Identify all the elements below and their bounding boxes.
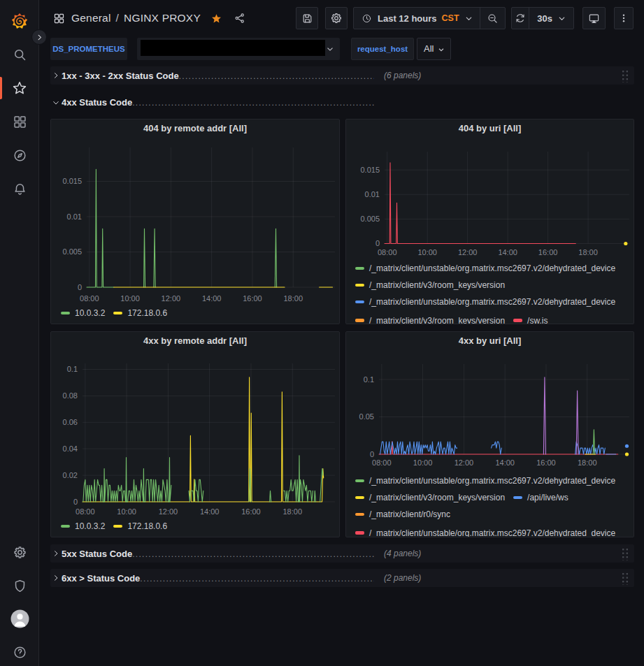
row-title: 4xx Status Code xyxy=(62,97,132,108)
legend-series-label[interactable]: 10.0.3.2 xyxy=(75,521,105,531)
panel-4xx-by-remote-addr: 00.020.040.060.080.108:0010:0012:0014:00… xyxy=(50,331,340,537)
row-5xx[interactable]: 5xx Status Code ........................… xyxy=(50,544,634,563)
svg-text:14:00: 14:00 xyxy=(200,507,220,516)
sidebar-item-explore[interactable] xyxy=(0,141,39,169)
legend-series-label[interactable]: 172.18.0.6 xyxy=(127,521,167,531)
row-drag-handle[interactable] xyxy=(620,546,631,560)
sidebar xyxy=(0,0,39,666)
svg-text:16:00: 16:00 xyxy=(241,507,261,516)
request-host-picker[interactable]: All xyxy=(417,38,451,60)
panel-title[interactable]: 4xx by uri [All] xyxy=(346,335,634,346)
legend-item[interactable]: /_matrix/client/v3/room_keys/version xyxy=(355,316,505,325)
chart-4xx-by-uri-all[interactable]: 00.050.108:0010:0012:0014:0016:0018:00 xyxy=(346,332,634,537)
legend-series-label[interactable]: 172.18.0.6 xyxy=(127,308,167,318)
panel-title[interactable]: 404 by uri [All] xyxy=(346,123,634,133)
legend-item[interactable]: /_matrix/client/unstable/org.matrix.msc2… xyxy=(355,263,615,273)
share-icon[interactable] xyxy=(234,13,245,24)
bell-icon xyxy=(13,182,27,196)
svg-text:0.1: 0.1 xyxy=(364,375,374,384)
expand-sidebar-button[interactable] xyxy=(31,29,47,45)
svg-text:16:00: 16:00 xyxy=(243,294,262,303)
time-controls: Last 12 hours CST xyxy=(353,7,506,29)
chart-404-by-remote-addr-all[interactable]: 00.0050.010.01508:0010:0012:0014:0016:00… xyxy=(51,120,339,324)
legend-item[interactable]: /_matrix/client/v3/room_keys/version xyxy=(355,280,505,290)
legend-series-label[interactable]: /_matrix/client/v3/room_keys/version xyxy=(369,316,505,325)
legend-item[interactable]: /_matrix/client/unstable/org.matrix.msc2… xyxy=(355,528,615,538)
dashboard-header: General / NGINX PROXY Last 12 hours xyxy=(39,0,644,36)
time-range-picker[interactable]: Last 12 hours CST xyxy=(354,8,480,29)
svg-text:14:00: 14:00 xyxy=(202,294,222,303)
svg-text:0: 0 xyxy=(78,283,82,291)
sidebar-item-alerting[interactable] xyxy=(0,175,39,203)
favorite-star-icon[interactable] xyxy=(210,13,222,24)
legend-series-label[interactable]: /api/live/ws xyxy=(527,493,568,502)
svg-text:14:00: 14:00 xyxy=(495,458,515,467)
sidebar-item-server-admin[interactable] xyxy=(0,572,39,600)
sidebar-item-dashboards[interactable] xyxy=(0,108,39,136)
legend-series-label[interactable]: /_matrix/client/r0/sync xyxy=(369,509,450,519)
legend-item[interactable]: /_matrix/client/r0/sync xyxy=(355,509,450,519)
legend-item[interactable]: /_matrix/client/unstable/org.matrix.msc2… xyxy=(355,476,615,486)
legend-item[interactable]: /_matrix/client/v3/room_keys/version xyxy=(355,493,505,502)
legend-item[interactable]: 10.0.3.2 xyxy=(61,308,105,318)
legend-item[interactable]: /api/live/ws xyxy=(513,493,568,502)
svg-text:0.005: 0.005 xyxy=(360,215,380,223)
save-icon xyxy=(301,13,313,24)
legend-series-label[interactable]: /_matrix/client/v3/room_keys/version xyxy=(369,280,505,290)
svg-text:16:00: 16:00 xyxy=(536,458,556,467)
legend-series-label[interactable]: /_matrix/client/unstable/org.matrix.msc2… xyxy=(369,476,615,486)
row-drag-handle[interactable] xyxy=(620,68,631,82)
svg-text:0.06: 0.06 xyxy=(63,418,78,426)
legend-series-label[interactable]: /_matrix/client/unstable/org.matrix.msc2… xyxy=(369,297,615,307)
row-6xx[interactable]: 6xx > Status Code ......................… xyxy=(50,569,634,587)
apps-icon xyxy=(13,115,27,129)
legend-item[interactable]: 10.0.3.2 xyxy=(61,521,105,531)
dashboard-settings-button[interactable] xyxy=(325,7,348,29)
breadcrumb-folder[interactable]: General xyxy=(71,12,111,24)
panel-title[interactable]: 4xx by remote addr [All] xyxy=(51,335,339,346)
apps-icon xyxy=(53,13,65,24)
legend-item[interactable]: 172.18.0.6 xyxy=(113,521,167,531)
legend-series-label[interactable]: 10.0.3.2 xyxy=(75,308,105,318)
legend-series-color xyxy=(355,267,364,270)
breadcrumb-separator: / xyxy=(116,12,120,24)
chart-404-by-uri-all[interactable]: 00.0050.010.01508:0010:0012:0014:0016:00… xyxy=(346,120,634,324)
row-panel-count: (6 panels) xyxy=(384,71,421,80)
sidebar-item-configuration[interactable] xyxy=(0,538,39,566)
row-1xx-3xx-2xx[interactable]: 1xx - 3xx - 2xx Status Code ............… xyxy=(50,66,634,85)
chevron-right-icon xyxy=(50,549,62,558)
legend-item[interactable]: 172.18.0.6 xyxy=(113,308,167,318)
sidebar-item-help[interactable] xyxy=(0,638,39,666)
refresh-button[interactable] xyxy=(512,8,529,29)
cycle-view-mode-button[interactable] xyxy=(582,7,606,29)
refresh-icon xyxy=(515,13,526,24)
save-dashboard-button[interactable] xyxy=(296,7,318,29)
row-4xx[interactable]: 4xx Status Code ........................… xyxy=(50,93,634,112)
legend-series-label[interactable]: /_matrix/client/v3/room_keys/version xyxy=(369,493,505,502)
sidebar-item-profile[interactable] xyxy=(0,605,39,632)
svg-text:18:00: 18:00 xyxy=(282,507,302,516)
legend-item[interactable]: /_matrix/client/unstable/org.matrix.msc2… xyxy=(355,297,615,307)
sidebar-item-search[interactable] xyxy=(0,41,39,68)
more-options-button[interactable] xyxy=(614,7,634,29)
legend-item[interactable]: /sw.js xyxy=(513,316,548,325)
svg-text:0.015: 0.015 xyxy=(360,166,380,174)
breadcrumb-dashboard-title[interactable]: NGINX PROXY xyxy=(124,12,201,24)
legend-series-label[interactable]: /sw.js xyxy=(527,316,548,325)
legend-series-color xyxy=(355,319,364,322)
refresh-interval-picker[interactable]: 30s xyxy=(529,8,573,29)
row-drag-handle[interactable] xyxy=(620,571,631,585)
svg-text:18:00: 18:00 xyxy=(283,294,303,303)
panel-404-by-uri: 00.0050.010.01508:0010:0012:0014:0016:00… xyxy=(345,119,634,324)
sidebar-item-starred[interactable] xyxy=(0,74,39,102)
legend-series-label[interactable]: /_matrix/client/unstable/org.matrix.msc2… xyxy=(369,263,615,273)
chevron-right-icon xyxy=(50,574,62,582)
legend-series-label[interactable]: /_matrix/client/unstable/org.matrix.msc2… xyxy=(369,528,615,538)
refresh-controls: 30s xyxy=(511,7,574,29)
chart-4xx-by-remote-addr-all[interactable]: 00.020.040.060.080.108:0010:0012:0014:00… xyxy=(51,332,339,537)
datasource-picker[interactable] xyxy=(137,38,340,60)
panel-title[interactable]: 404 by remote addr [All] xyxy=(51,123,339,133)
svg-text:18:00: 18:00 xyxy=(578,248,598,256)
avatar xyxy=(10,609,29,628)
zoom-out-button[interactable] xyxy=(480,8,505,29)
